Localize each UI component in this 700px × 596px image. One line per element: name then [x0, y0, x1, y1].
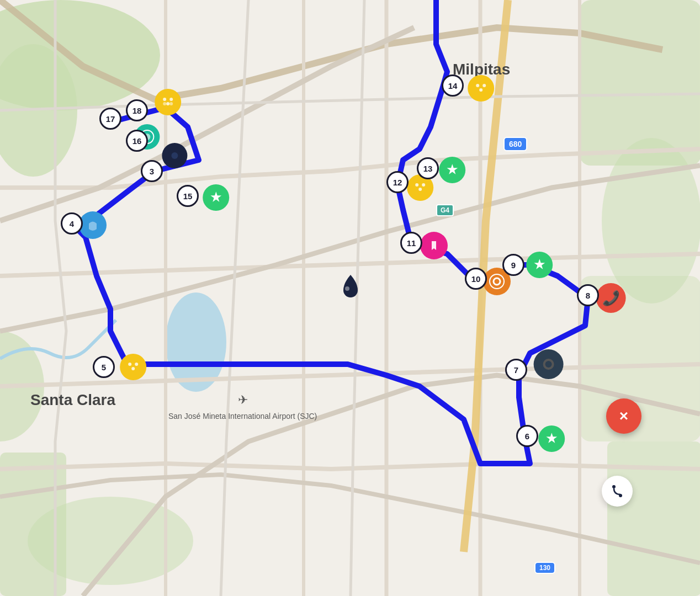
route-icon [608, 482, 626, 500]
waypoint-15[interactable]: 15 [177, 185, 199, 207]
svg-point-25 [131, 367, 135, 370]
highway-680-badge: 680 [503, 137, 527, 151]
svg-point-16 [169, 102, 173, 105]
waypoint-14[interactable]: 14 [442, 74, 464, 97]
close-button[interactable]: × [606, 398, 641, 434]
svg-point-32 [482, 84, 486, 87]
svg-point-41 [619, 494, 622, 497]
waypoint-7[interactable]: 7 [505, 359, 527, 381]
highway-g4-badge: G4 [436, 204, 454, 216]
svg-point-14 [166, 102, 169, 105]
svg-point-33 [479, 88, 482, 92]
svg-point-20 [171, 152, 178, 159]
icon-marker-13: ★ [439, 157, 465, 183]
waypoint-4[interactable]: 4 [61, 212, 83, 235]
icon-marker-8: 📞 [596, 283, 626, 313]
icon-marker-9: ★ [526, 252, 553, 278]
waypoint-3[interactable]: 3 [141, 160, 163, 182]
svg-point-28 [422, 183, 425, 187]
icon-marker-5 [120, 354, 146, 380]
icon-marker-6: ★ [538, 425, 565, 452]
svg-point-27 [415, 183, 418, 187]
waypoint-13[interactable]: 13 [417, 157, 439, 179]
svg-point-13 [169, 98, 173, 101]
svg-rect-8 [607, 441, 700, 596]
svg-point-12 [163, 98, 166, 101]
waypoint-8[interactable]: 8 [577, 284, 599, 306]
svg-point-39 [345, 286, 349, 291]
icon-marker-3 [162, 143, 187, 168]
icon-marker-15: ★ [203, 184, 229, 211]
map-container: Santa Clara Milpitas ✈ San José Mineta I… [0, 0, 700, 596]
waypoint-18[interactable]: 18 [126, 99, 148, 121]
svg-point-15 [163, 102, 166, 105]
svg-point-24 [135, 363, 138, 366]
waypoint-17[interactable]: 17 [99, 108, 121, 130]
waypoint-11[interactable]: 11 [400, 232, 422, 254]
airport-icon: ✈ [168, 392, 317, 409]
airport-name: San José Mineta International Airport (S… [168, 412, 317, 421]
route-button[interactable] [602, 476, 633, 507]
waypoint-9[interactable]: 9 [502, 254, 524, 276]
icon-marker-7 [534, 349, 564, 379]
svg-point-40 [612, 485, 616, 488]
icon-marker-14 [468, 75, 494, 102]
icon-marker-18 [155, 89, 181, 115]
icon-marker-11 [420, 232, 448, 259]
santa-clara-label: Santa Clara [30, 392, 115, 409]
water-drop-marker [336, 272, 365, 304]
svg-point-31 [476, 84, 479, 87]
waypoint-6[interactable]: 6 [516, 425, 538, 447]
svg-point-36 [494, 278, 500, 285]
waypoint-5[interactable]: 5 [93, 356, 115, 378]
svg-point-38 [544, 360, 553, 369]
airport-label: ✈ San José Mineta International Airport … [168, 392, 317, 422]
waypoint-16[interactable]: 16 [126, 130, 148, 152]
waypoint-12[interactable]: 12 [386, 171, 409, 193]
waypoint-10[interactable]: 10 [465, 268, 487, 290]
close-icon: × [619, 407, 628, 425]
highway-130-badge: 130 [534, 562, 555, 574]
svg-point-23 [128, 363, 131, 366]
svg-point-29 [418, 188, 422, 191]
svg-point-9 [28, 497, 193, 585]
icon-marker-4 [79, 211, 107, 239]
